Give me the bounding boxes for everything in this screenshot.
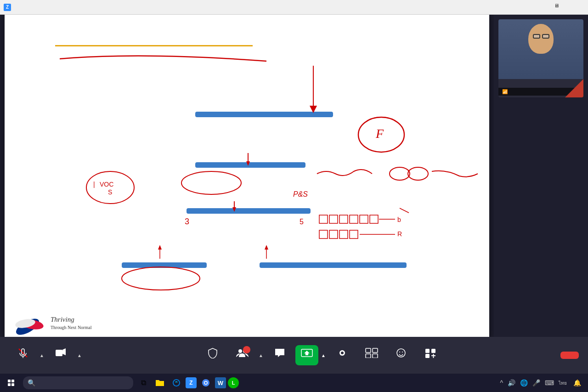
edge-browser-icon[interactable] bbox=[169, 374, 184, 392]
start-button[interactable] bbox=[2, 374, 20, 392]
svg-marker-14 bbox=[265, 245, 268, 250]
apps-icon bbox=[424, 348, 436, 361]
share-screen-icon bbox=[301, 348, 313, 361]
windows-icon bbox=[8, 380, 14, 386]
word-icon[interactable]: W bbox=[215, 377, 226, 388]
leave-button[interactable] bbox=[560, 352, 579, 359]
speaker-panel: ⭐ 📶 bbox=[494, 15, 588, 337]
box-73 bbox=[122, 262, 207, 268]
chat-button[interactable] bbox=[266, 345, 294, 365]
toolbar: ▲ ▲ bbox=[0, 337, 588, 374]
reactions-button[interactable] bbox=[387, 345, 415, 365]
reactions-icon bbox=[396, 348, 407, 361]
box-74 bbox=[260, 262, 407, 268]
record-icon bbox=[337, 348, 348, 361]
svg-point-49 bbox=[341, 352, 344, 354]
slide-display-area: F VOC S | P&S bbox=[0, 15, 494, 337]
zoom-icon: Z bbox=[4, 4, 11, 11]
svg-point-62 bbox=[205, 382, 207, 384]
video-chevron[interactable]: ▲ bbox=[76, 351, 83, 360]
svg-marker-12 bbox=[158, 245, 162, 250]
network-icon[interactable]: 🌐 bbox=[519, 378, 529, 387]
minimize-button[interactable] bbox=[519, 0, 540, 14]
task-view-button[interactable]: ⧉ bbox=[136, 374, 151, 392]
svg-text:P&S: P&S bbox=[293, 190, 308, 198]
taskbar-app-icons: ⧉ Z W L bbox=[136, 374, 239, 392]
svg-point-55 bbox=[399, 352, 400, 352]
svg-point-56 bbox=[402, 352, 403, 352]
speaker-face bbox=[498, 19, 583, 79]
line-icon[interactable]: L bbox=[228, 377, 239, 388]
logo-area: Thriving Through Next Normal bbox=[14, 311, 91, 336]
glasses-icon bbox=[533, 34, 549, 39]
chrome-icon[interactable] bbox=[198, 374, 213, 392]
red-annotations: F VOC S | P&S bbox=[5, 11, 489, 341]
right-lens bbox=[542, 34, 549, 39]
win-square-1 bbox=[8, 380, 11, 382]
record-button[interactable] bbox=[328, 345, 356, 365]
participants-chevron[interactable]: ▲ bbox=[258, 351, 264, 360]
taskbar: 🔍 ⧉ Z W L bbox=[0, 374, 588, 392]
svg-point-17 bbox=[408, 167, 428, 180]
notification-icon[interactable]: 🔔 bbox=[572, 378, 582, 387]
participants-badge bbox=[243, 346, 250, 353]
close-button[interactable] bbox=[563, 0, 584, 14]
search-bar[interactable]: 🔍 bbox=[23, 376, 133, 389]
svg-rect-19 bbox=[329, 215, 338, 223]
view-button[interactable]: 🖥 bbox=[554, 3, 560, 8]
svg-point-44 bbox=[238, 349, 242, 353]
av-controls: ▲ ▲ bbox=[9, 345, 83, 366]
box-72 bbox=[195, 162, 305, 168]
microphone-tray-icon[interactable]: 🎤 bbox=[531, 378, 542, 387]
share-screen-button[interactable] bbox=[295, 345, 318, 365]
svg-marker-42 bbox=[62, 348, 66, 355]
logo-icon bbox=[14, 311, 46, 336]
svg-text:R: R bbox=[397, 230, 402, 238]
svg-point-16 bbox=[390, 167, 410, 180]
keyboard-icon[interactable]: ⌨ bbox=[543, 378, 555, 387]
thai-input-icon[interactable]: ไทย bbox=[557, 379, 568, 387]
unmute-button[interactable] bbox=[9, 345, 37, 366]
svg-marker-47 bbox=[304, 351, 310, 355]
svg-rect-23 bbox=[370, 215, 378, 223]
tray-expand-icon[interactable]: ^ bbox=[498, 378, 504, 387]
svg-text:S: S bbox=[108, 188, 112, 196]
win-square-3 bbox=[8, 383, 11, 386]
share-screen-chevron[interactable]: ▲ bbox=[320, 351, 327, 360]
svg-text:VOC: VOC bbox=[100, 181, 113, 188]
microphone-muted-icon bbox=[17, 347, 28, 361]
svg-rect-21 bbox=[350, 215, 358, 223]
stop-video-button[interactable] bbox=[47, 345, 74, 366]
svg-rect-43 bbox=[56, 350, 62, 356]
search-input[interactable] bbox=[38, 380, 129, 386]
svg-rect-25 bbox=[319, 230, 328, 239]
window-controls[interactable] bbox=[519, 0, 584, 14]
chat-icon bbox=[274, 348, 285, 361]
breakout-rooms-icon bbox=[365, 348, 378, 361]
speaker-video: ⭐ 📶 bbox=[498, 19, 583, 97]
box-75 bbox=[195, 112, 333, 117]
svg-text:b: b bbox=[397, 216, 401, 223]
svg-point-3 bbox=[86, 171, 134, 204]
title-underline bbox=[55, 45, 253, 46]
participants-icon bbox=[236, 348, 249, 361]
security-icon bbox=[208, 347, 218, 361]
apps-button[interactable] bbox=[417, 345, 444, 365]
svg-rect-59 bbox=[425, 354, 430, 358]
breakout-rooms-button[interactable] bbox=[358, 345, 385, 365]
svg-rect-26 bbox=[329, 230, 338, 239]
win-square-4 bbox=[11, 383, 14, 386]
zoom-taskbar-icon[interactable]: Z bbox=[186, 377, 197, 388]
speakers-icon[interactable]: 🔊 bbox=[506, 378, 517, 387]
signal-icon: 📶 bbox=[502, 89, 508, 94]
participants-button[interactable] bbox=[228, 345, 256, 365]
svg-rect-52 bbox=[366, 354, 371, 358]
red-decoration bbox=[565, 79, 583, 97]
left-lens bbox=[533, 34, 540, 39]
unmute-chevron[interactable]: ▲ bbox=[39, 351, 45, 360]
security-button[interactable] bbox=[199, 345, 226, 366]
file-explorer-icon[interactable] bbox=[153, 374, 167, 392]
svg-point-35 bbox=[122, 267, 200, 290]
svg-rect-20 bbox=[339, 215, 348, 223]
presentation-slide: F VOC S | P&S bbox=[5, 11, 489, 341]
